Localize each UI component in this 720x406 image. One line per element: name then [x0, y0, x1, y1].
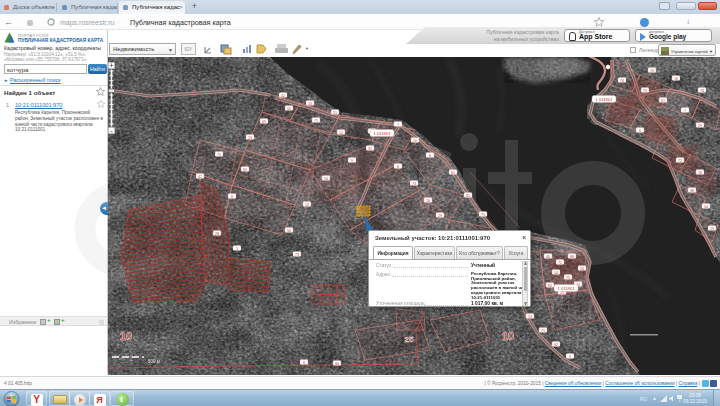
svg-text:10: 10 [413, 139, 417, 143]
svg-text:29: 29 [698, 124, 702, 128]
svg-text:56: 56 [287, 229, 291, 233]
svg-text:13: 13 [248, 136, 252, 140]
svg-text:72: 72 [558, 261, 562, 265]
svg-text:16: 16 [674, 77, 678, 81]
svg-text:42: 42 [281, 94, 285, 98]
svg-text:65: 65 [243, 168, 247, 172]
svg-text:1 011801: 1 011801 [595, 97, 613, 102]
svg-text:71: 71 [314, 119, 318, 123]
svg-text:73: 73 [295, 253, 299, 257]
svg-text:70: 70 [650, 69, 654, 73]
svg-text:19: 19 [710, 227, 714, 231]
svg-text:74: 74 [700, 89, 704, 93]
svg-text:31: 31 [368, 147, 372, 151]
svg-text:29: 29 [438, 214, 442, 218]
svg-text:75: 75 [643, 89, 647, 93]
svg-text:74: 74 [620, 79, 624, 83]
svg-text:12: 12 [305, 203, 309, 207]
svg-text:55: 55 [287, 107, 291, 111]
svg-text:7: 7 [684, 109, 686, 113]
svg-text:+: + [109, 62, 113, 69]
svg-text:9: 9 [569, 355, 571, 359]
svg-text:6: 6 [639, 129, 641, 133]
svg-text:71: 71 [541, 329, 545, 333]
svg-text:51: 51 [661, 99, 665, 103]
svg-text:73: 73 [412, 182, 416, 186]
svg-text:54: 54 [704, 205, 708, 209]
svg-text:80: 80 [335, 362, 339, 366]
svg-text:13: 13 [528, 315, 532, 319]
svg-text:51: 51 [333, 111, 337, 115]
svg-text:1 011801: 1 011801 [557, 286, 575, 291]
svg-text:18: 18 [698, 171, 702, 175]
svg-text:14: 14 [554, 271, 558, 275]
svg-text:5: 5 [236, 247, 238, 251]
svg-text:69: 69 [262, 120, 266, 124]
svg-text:92: 92 [554, 343, 558, 347]
svg-text:8: 8 [397, 165, 399, 169]
svg-text:75: 75 [217, 153, 221, 157]
svg-text:10: 10 [120, 330, 132, 342]
svg-text:7: 7 [397, 123, 399, 127]
svg-text:20: 20 [308, 102, 312, 106]
svg-text:12: 12 [339, 131, 343, 135]
svg-text:8: 8 [303, 361, 305, 365]
svg-text:25: 25 [405, 335, 414, 344]
svg-text:75: 75 [481, 213, 485, 217]
svg-text:40: 40 [546, 255, 550, 259]
svg-text:82: 82 [548, 284, 552, 288]
svg-text:81: 81 [451, 171, 455, 175]
svg-text:54: 54 [324, 177, 328, 181]
svg-text:28: 28 [215, 232, 219, 236]
svg-text:47: 47 [198, 175, 202, 179]
svg-text:24: 24 [580, 267, 584, 271]
svg-text:38: 38 [690, 189, 694, 193]
svg-text:8: 8 [231, 195, 233, 199]
svg-text:10: 10 [502, 330, 514, 342]
svg-text:88: 88 [570, 255, 574, 259]
svg-text:500 м: 500 м [148, 359, 160, 364]
svg-text:16: 16 [426, 199, 430, 203]
svg-text:72: 72 [678, 159, 682, 163]
svg-text:81: 81 [466, 194, 470, 198]
svg-text:8: 8 [429, 154, 431, 158]
svg-text:9: 9 [351, 159, 353, 163]
svg-text:1 011801: 1 011801 [373, 131, 391, 136]
svg-text:-: - [110, 126, 113, 135]
svg-text:75: 75 [566, 276, 570, 280]
